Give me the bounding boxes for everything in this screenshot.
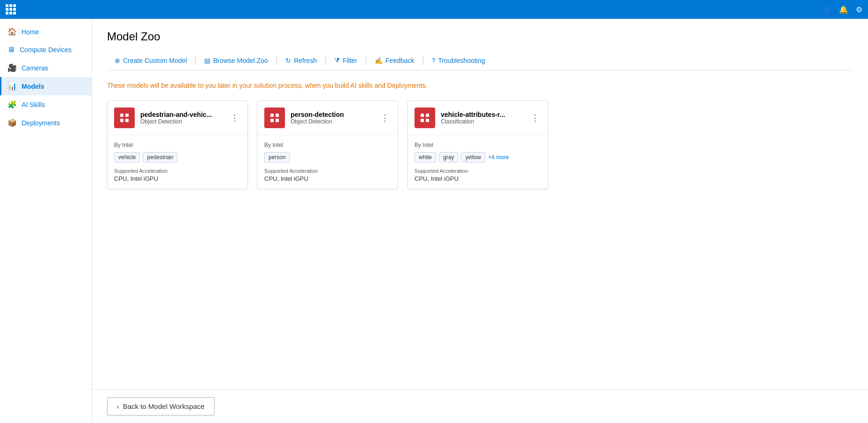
sidebar-item-deployments[interactable]: 📦 Deployments <box>0 114 92 132</box>
top-bar-left <box>6 4 16 15</box>
sidebar-item-deployments-label: Deployments <box>22 119 60 127</box>
tag-0-1: pedestrian <box>143 152 177 162</box>
troubleshooting-icon: ? <box>432 57 436 64</box>
back-to-model-workspace-button[interactable]: ‹ Back to Model Workspace <box>107 397 215 415</box>
deployments-icon: 📦 <box>8 118 17 127</box>
card-icon-2 <box>415 108 435 128</box>
sidebar: 🏠 Home 🖥 Compute Devices 🎥 Cameras 📊 Mod… <box>0 19 92 423</box>
card-icon-1 <box>264 108 285 128</box>
svg-rect-8 <box>421 114 424 117</box>
browse-model-zoo-button[interactable]: ▤ Browse Model Zoo <box>197 53 276 68</box>
tags-1: person <box>264 152 391 162</box>
tags-2: white gray yellow +4 more <box>415 152 541 162</box>
filter-icon: ⧩ <box>334 56 340 64</box>
card-title-area-2: vehicle-attributes-r... Classification <box>441 111 523 125</box>
sidebar-item-home-label: Home <box>22 28 39 36</box>
card-body-0: By Intel vehicle pedestrian Supported Ac… <box>108 135 247 189</box>
settings-icon[interactable]: ⚙ <box>856 5 862 14</box>
sidebar-item-compute-devices-label: Compute Devices <box>20 46 72 54</box>
svg-rect-10 <box>421 119 424 122</box>
toolbar-sep-5 <box>423 56 423 65</box>
model-card-0: pedestrian-and-vehic... Object Detection… <box>107 100 248 189</box>
card-body-1: By Intel person Supported Acceleration C… <box>258 135 398 189</box>
svg-rect-7 <box>276 119 279 122</box>
create-custom-model-button[interactable]: ⊕ Create Custom Model <box>107 53 194 68</box>
acceleration-value-2: CPU, Intel iGPU <box>415 175 541 182</box>
card-by-1: By Intel <box>264 142 391 148</box>
tag-0-0: vehicle <box>114 152 140 162</box>
main-content: Model Zoo ⊕ Create Custom Model ▤ Browse… <box>92 19 868 423</box>
sidebar-item-ai-skills[interactable]: 🧩 AI Skills <box>0 95 92 114</box>
svg-rect-5 <box>276 114 279 117</box>
troubleshooting-label: Troubleshooting <box>438 57 485 64</box>
back-arrow-icon: ‹ <box>117 403 119 410</box>
tags-more-2[interactable]: +4 more <box>488 154 509 161</box>
card-title-area-0: pedestrian-and-vehic... Object Detection <box>140 111 223 125</box>
feedback-icon: ✍ <box>375 57 383 64</box>
refresh-label: Refresh <box>294 57 317 64</box>
feedback-button[interactable]: ✍ Feedback <box>367 53 422 68</box>
feedback-label: Feedback <box>385 57 414 64</box>
model-type-0: Object Detection <box>140 118 223 125</box>
sidebar-item-ai-skills-label: AI Skills <box>22 101 45 108</box>
bottom-bar: ‹ Back to Model Workspace <box>92 389 868 423</box>
svg-rect-6 <box>270 119 274 122</box>
create-icon: ⊕ <box>115 57 120 64</box>
card-title-area-1: person-detection Object Detection <box>291 111 373 125</box>
svg-rect-3 <box>125 119 129 122</box>
tags-0: vehicle pedestrian <box>114 152 241 162</box>
cards-grid: pedestrian-and-vehic... Object Detection… <box>107 100 853 189</box>
model-type-2: Classification <box>441 118 523 125</box>
card-by-0: By Intel <box>114 142 241 148</box>
refresh-icon: ↻ <box>285 57 291 64</box>
sidebar-item-compute-devices[interactable]: 🖥 Compute Devices <box>0 41 92 59</box>
card-header-2: vehicle-attributes-r... Classification ⋮ <box>408 101 548 135</box>
bell-icon[interactable]: 🔔 <box>839 5 848 14</box>
card-header-0: pedestrian-and-vehic... Object Detection… <box>108 101 247 135</box>
model-name-1: person-detection <box>291 111 373 118</box>
ai-skills-icon: 🧩 <box>8 100 17 109</box>
card-menu-2[interactable]: ⋮ <box>529 111 541 125</box>
tag-2-1: gray <box>439 152 458 162</box>
card-menu-0[interactable]: ⋮ <box>229 111 241 125</box>
tag-2-2: yellow <box>461 152 485 162</box>
home-icon: 🏠 <box>8 27 17 36</box>
toolbar-sep-4 <box>366 56 366 65</box>
card-menu-1[interactable]: ⋮ <box>379 111 391 125</box>
troubleshooting-button[interactable]: ? Troubleshooting <box>424 53 493 68</box>
filter-button[interactable]: ⧩ Filter <box>327 53 365 68</box>
top-bar: 👤 🔔 ⚙ <box>0 0 868 19</box>
model-card-2: vehicle-attributes-r... Classification ⋮… <box>407 100 548 189</box>
user-icon[interactable]: 👤 <box>822 5 831 14</box>
svg-rect-11 <box>426 119 429 122</box>
svg-rect-1 <box>125 114 129 117</box>
browse-icon: ▤ <box>204 57 210 64</box>
acceleration-label-2: Supported Acceleration <box>415 168 541 174</box>
create-custom-model-label: Create Custom Model <box>123 57 187 64</box>
toolbar: ⊕ Create Custom Model ▤ Browse Model Zoo… <box>107 53 853 70</box>
acceleration-value-1: CPU, Intel iGPU <box>264 175 391 182</box>
card-header-1: person-detection Object Detection ⋮ <box>258 101 398 135</box>
tag-2-0: white <box>415 152 436 162</box>
toolbar-sep-3 <box>325 56 326 65</box>
svg-rect-0 <box>120 114 123 117</box>
model-card-1: person-detection Object Detection ⋮ By I… <box>257 100 398 189</box>
content-area: Model Zoo ⊕ Create Custom Model ▤ Browse… <box>92 19 868 389</box>
top-bar-right: 👤 🔔 ⚙ <box>822 5 862 14</box>
grid-icon[interactable] <box>6 4 16 15</box>
app-body: 🏠 Home 🖥 Compute Devices 🎥 Cameras 📊 Mod… <box>0 19 868 423</box>
svg-rect-4 <box>270 114 274 117</box>
sidebar-item-home[interactable]: 🏠 Home <box>0 23 92 41</box>
cameras-icon: 🎥 <box>8 63 17 72</box>
browse-model-zoo-label: Browse Model Zoo <box>213 57 268 64</box>
model-name-0: pedestrian-and-vehic... <box>140 111 223 118</box>
sidebar-item-models[interactable]: 📊 Models <box>0 77 92 95</box>
toolbar-sep-1 <box>195 56 196 65</box>
refresh-button[interactable]: ↻ Refresh <box>278 53 324 68</box>
info-message: These models will be available to you la… <box>107 82 853 89</box>
back-button-label: Back to Model Workspace <box>123 402 205 410</box>
filter-label: Filter <box>343 57 357 64</box>
sidebar-item-cameras[interactable]: 🎥 Cameras <box>0 59 92 77</box>
acceleration-label-0: Supported Acceleration <box>114 168 241 174</box>
sidebar-item-cameras-label: Cameras <box>22 64 48 72</box>
